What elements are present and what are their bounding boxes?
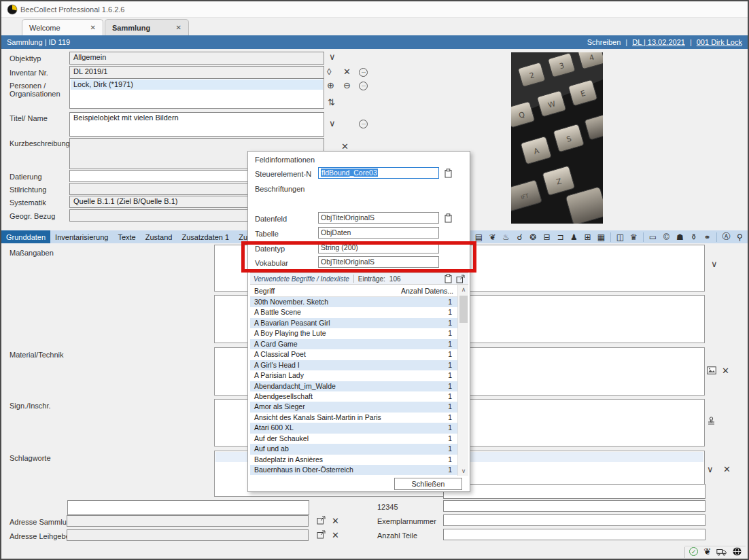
section-tab-grunddaten[interactable]: Grunddaten	[1, 230, 50, 243]
list-item[interactable]: Abendandacht_im_Walde1	[250, 381, 457, 391]
chevron-down-icon[interactable]: ∨	[711, 260, 718, 268]
copy-clipboard-icon[interactable]	[445, 169, 452, 178]
card-icon[interactable]: ▭	[647, 232, 659, 242]
shield-icon[interactable]: ☗	[674, 232, 686, 242]
list-item[interactable]: A Girl's Head I1	[250, 360, 457, 370]
list-item[interactable]: Bauernhaus in Ober-Österreich1	[250, 465, 457, 475]
exemplarnummer-label: Exemplarnummer	[377, 517, 436, 525]
stamp-icon[interactable]	[707, 417, 716, 425]
tab-welcome[interactable]: Welcome ✕	[22, 19, 103, 35]
award-icon[interactable]: ❦	[487, 232, 498, 242]
tab-sammlung[interactable]: Sammlung ✕	[105, 19, 189, 35]
exemplarnummer-field[interactable]	[443, 514, 706, 526]
clear-icon[interactable]: ✕	[341, 142, 349, 151]
personen-field[interactable]: Lock, Dirk (*1971)	[69, 78, 324, 109]
book-icon[interactable]: ◫	[614, 232, 626, 242]
chevron-down-icon[interactable]: ∨	[329, 119, 336, 128]
object-photo[interactable]: 2 3 4 Q W E A S Z IFT	[511, 52, 603, 224]
thermometer-icon[interactable]: ♨	[500, 232, 512, 242]
copyright-icon[interactable]: ©	[661, 232, 672, 242]
clear-icon[interactable]: ✕	[332, 531, 339, 540]
clipboard-icon[interactable]: ▦	[595, 232, 607, 242]
steuerelement-input[interactable]: fldBound_Core03	[318, 167, 439, 179]
scroll-down-icon[interactable]: ∨	[458, 468, 469, 474]
list-item[interactable]: A Bavarian Peasant Girl1	[250, 318, 457, 328]
clear-icon[interactable]: ✕	[343, 67, 351, 76]
eraser-icon[interactable]: ◊	[327, 67, 331, 76]
list-item[interactable]: A Card Game1	[250, 339, 457, 349]
titel-field[interactable]: Beispielobjekt mit vielen Bildern	[69, 112, 324, 137]
link-icon[interactable]: ⚭	[701, 232, 713, 242]
chevron-down-icon[interactable]: ∨	[707, 465, 714, 474]
close-tab-icon[interactable]: ✕	[176, 24, 181, 31]
tabelle-input[interactable]: ObjDaten	[318, 227, 439, 239]
remove-icon[interactable]: ⊖	[343, 81, 351, 90]
award-icon[interactable]: ❦	[703, 546, 711, 557]
search-document-icon[interactable]: ☌	[514, 232, 525, 242]
clear-icon[interactable]: ✕	[723, 465, 731, 474]
chevron-down-icon[interactable]: ∨	[329, 52, 336, 61]
adresse-sammlung-field[interactable]	[67, 515, 309, 527]
list-item[interactable]: Auf und ab1	[250, 444, 457, 454]
open-external-icon[interactable]	[317, 530, 326, 539]
column-anzahl[interactable]: Anzahl Datens...	[401, 287, 457, 295]
column-begriff[interactable]: Begriff	[250, 287, 401, 295]
open-external-icon[interactable]	[317, 516, 326, 525]
picture-icon[interactable]	[707, 366, 716, 374]
clear-icon[interactable]: ✕	[722, 366, 729, 375]
globe-icon[interactable]	[733, 547, 742, 556]
section-tab-zusatzdaten-1[interactable]: Zusatzdaten 1	[177, 230, 234, 243]
list-item[interactable]: Amor als Sieger1	[250, 402, 457, 412]
palette-icon[interactable]: ❂	[527, 232, 539, 242]
close-tab-icon[interactable]: ✕	[90, 24, 96, 31]
list-item[interactable]: A Boy Playing the Lute1	[250, 328, 457, 338]
nummer-12345-field[interactable]	[443, 500, 706, 512]
list-item[interactable]: 30th November. Sketch1	[250, 297, 457, 307]
key-icon[interactable]: ⚲	[734, 232, 746, 242]
list-item[interactable]: A Classical Poet1	[250, 349, 457, 360]
options-icon[interactable]: ···	[359, 68, 368, 77]
scroll-up-icon[interactable]: ∧	[458, 286, 469, 293]
purse-icon[interactable]: ⚱	[688, 232, 699, 242]
user-link[interactable]: 001 Dirk Lock	[697, 38, 742, 46]
statistics-icon[interactable]: ▤	[473, 232, 485, 242]
datenfeld-input[interactable]: ObjTitelOriginalS	[318, 212, 439, 224]
truck-icon[interactable]	[716, 548, 727, 556]
options-icon[interactable]: ···	[359, 82, 368, 90]
adresse-leihgeber-field[interactable]	[67, 529, 309, 541]
crown-icon[interactable]: ♛	[628, 232, 640, 242]
truck-icon[interactable]: ⊐	[555, 232, 566, 242]
list-item[interactable]: A Parisian Lady1	[250, 370, 457, 381]
package-icon[interactable]: ⊟	[541, 232, 553, 242]
bottom-right-field[interactable]	[443, 484, 706, 499]
bottom-left-field[interactable]	[67, 500, 309, 515]
check-circle-icon[interactable]: ✓	[689, 547, 698, 556]
section-tab-inventarisierung[interactable]: Inventarisierung	[50, 230, 113, 243]
copy-clipboard-icon[interactable]	[445, 274, 452, 283]
objekttyp-field[interactable]: Allgemein	[69, 52, 324, 65]
person-icon[interactable]: ♟	[568, 232, 580, 242]
inventar-field[interactable]: DL 2019/1	[69, 66, 324, 79]
list-item[interactable]: Abendgesellschaft1	[250, 391, 457, 402]
index-list-column-header[interactable]: Begriff Anzahl Datens...	[250, 285, 457, 297]
options-icon[interactable]: ···	[359, 120, 368, 128]
sort-icon[interactable]: ⇅	[328, 98, 335, 107]
list-item[interactable]: A Battle Scene1	[250, 307, 457, 317]
list-scrollbar[interactable]: ∧ ∨	[457, 285, 468, 476]
add-icon[interactable]: ⊕	[327, 81, 334, 90]
schliessen-button[interactable]: Schließen	[394, 478, 462, 490]
personen-selected-entry[interactable]: Lock, Dirk (*1971)	[71, 80, 323, 90]
list-item[interactable]: Atari 600 XL1	[250, 423, 457, 433]
text-icon[interactable]: Ⓐ	[720, 231, 732, 243]
copy-clipboard-icon[interactable]	[445, 213, 452, 223]
section-tab-texte[interactable]: Texte	[113, 230, 140, 243]
list-item[interactable]: Badeplatz in Asnières1	[250, 455, 457, 465]
open-external-icon[interactable]	[456, 275, 465, 283]
clear-icon[interactable]: ✕	[332, 517, 339, 525]
list-item[interactable]: Auf der Schaukel1	[250, 434, 457, 444]
section-tab-zustand[interactable]: Zustand	[141, 230, 177, 243]
banknote-icon[interactable]: ⊞	[582, 232, 593, 242]
anzahl-teile-field[interactable]	[443, 529, 706, 540]
list-item[interactable]: Ansicht des Kanals Saint-Martin in Paris…	[250, 413, 457, 423]
last-edit-link[interactable]: DL | 13.02.2021	[632, 38, 685, 46]
